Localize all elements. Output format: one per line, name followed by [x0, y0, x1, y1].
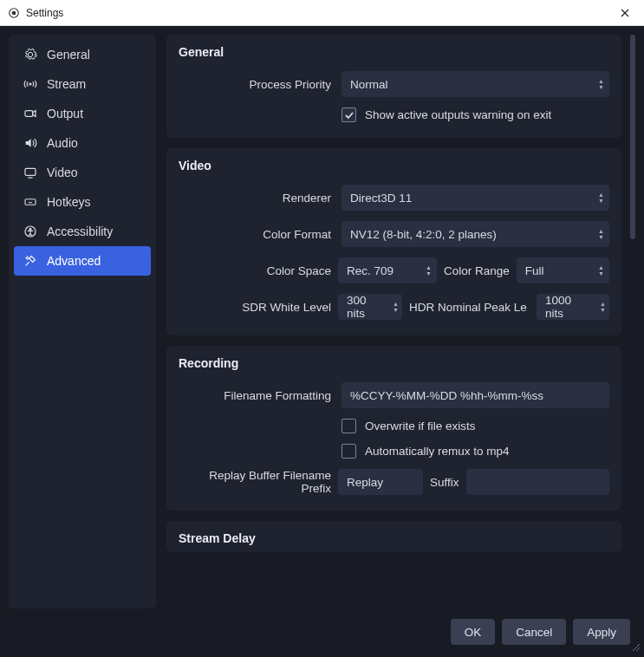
hdr-peak-label: HDR Nominal Peak Le: [409, 301, 527, 314]
sidebar-item-audio[interactable]: Audio: [14, 128, 151, 158]
sidebar-item-stream[interactable]: Stream: [14, 69, 151, 99]
updown-icon: ▲▼: [598, 264, 604, 276]
remux-checkbox[interactable]: [342, 444, 356, 459]
section-general: General Process Priority Normal ▲▼: [166, 35, 621, 138]
sidebar-item-label: Stream: [47, 77, 86, 91]
ok-button[interactable]: OK: [451, 619, 496, 645]
process-priority-select[interactable]: Normal ▲▼: [342, 71, 609, 97]
color-range-label: Color Range: [444, 264, 510, 277]
sidebar-item-hotkeys[interactable]: Hotkeys: [14, 187, 151, 217]
sidebar-item-general[interactable]: General: [14, 40, 151, 69]
renderer-select[interactable]: Direct3D 11 ▲▼: [342, 185, 609, 211]
process-priority-label: Process Priority: [179, 78, 331, 91]
color-range-value: Full: [525, 264, 544, 277]
replay-prefix-input[interactable]: Replay: [338, 469, 423, 495]
sidebar-item-video[interactable]: Video: [14, 158, 151, 187]
replay-prefix-label: Replay Buffer Filename Prefix: [179, 469, 331, 495]
sidebar-item-label: Output: [47, 107, 83, 120]
remux-label: Automatically remux to mp4: [365, 445, 510, 458]
renderer-value: Direct3D 11: [350, 192, 412, 205]
replay-suffix-label: Suffix: [430, 476, 459, 489]
app-icon: [7, 6, 21, 20]
section-video: Video Renderer Direct3D 11 ▲▼ Color Form…: [166, 148, 621, 335]
sidebar-item-label: General: [47, 48, 90, 62]
accessibility-icon: [23, 224, 38, 239]
cancel-label: Cancel: [516, 626, 552, 639]
filename-formatting-input[interactable]: %CCYY-%MM-%DD %hh-%mm-%ss: [342, 382, 609, 408]
process-priority-value: Normal: [350, 78, 388, 91]
replay-suffix-input[interactable]: [466, 469, 609, 495]
keyboard-icon: [23, 194, 38, 210]
hdr-peak-spinbox[interactable]: 1000 nits ▲▼: [537, 294, 609, 320]
sidebar-item-label: Accessibility: [47, 224, 113, 238]
color-format-value: NV12 (8-bit, 4:2:0, 2 planes): [350, 228, 497, 241]
hdr-peak-value: 1000 nits: [545, 294, 590, 320]
svg-point-2: [29, 83, 31, 85]
replay-prefix-value: Replay: [347, 476, 383, 489]
updown-icon: ▲▼: [598, 192, 604, 204]
section-recording: Recording Filename Formatting %CCYY-%MM-…: [166, 346, 621, 511]
window-title: Settings: [26, 7, 63, 19]
color-format-label: Color Format: [179, 228, 331, 241]
renderer-label: Renderer: [179, 192, 331, 205]
speaker-icon: [23, 135, 38, 151]
section-title: Stream Delay: [179, 531, 609, 545]
show-active-outputs-checkbox[interactable]: [342, 107, 356, 122]
color-format-select[interactable]: NV12 (8-bit, 4:2:0, 2 planes) ▲▼: [342, 221, 609, 247]
sidebar-item-output[interactable]: Output: [14, 99, 151, 128]
sidebar-item-accessibility[interactable]: Accessibility: [14, 217, 151, 246]
apply-label: Apply: [587, 626, 616, 639]
ok-label: OK: [465, 626, 482, 639]
updown-icon: ▲▼: [393, 301, 399, 313]
sdr-white-value: 300 nits: [347, 294, 383, 320]
section-stream-delay: Stream Delay: [166, 521, 621, 552]
color-space-label: Color Space: [179, 264, 331, 277]
updown-icon: ▲▼: [426, 264, 432, 276]
section-title: Recording: [179, 356, 609, 370]
sidebar-item-label: Advanced: [47, 254, 101, 268]
dialog-footer: OK Cancel Apply: [0, 608, 644, 657]
titlebar: Settings: [0, 0, 644, 26]
scroll-thumb[interactable]: [630, 35, 635, 239]
filename-formatting-label: Filename Formatting: [179, 389, 331, 402]
show-active-outputs-label: Show active outputs warning on exit: [365, 108, 551, 121]
svg-point-7: [29, 228, 31, 230]
antenna-icon: [23, 76, 38, 92]
section-title: General: [179, 45, 609, 59]
overwrite-checkbox[interactable]: [342, 419, 356, 433]
updown-icon: ▲▼: [600, 301, 606, 313]
camera-icon: [23, 106, 38, 121]
svg-rect-4: [25, 168, 36, 175]
color-space-value: Rec. 709: [347, 264, 394, 277]
sidebar-item-label: Video: [47, 166, 78, 179]
sdr-white-label: SDR White Level: [179, 301, 331, 314]
svg-point-1: [12, 10, 16, 15]
svg-rect-3: [25, 111, 33, 117]
gear-icon: [23, 47, 38, 62]
updown-icon: ▲▼: [598, 228, 604, 240]
color-space-select[interactable]: Rec. 709 ▲▼: [338, 257, 437, 283]
svg-rect-5: [25, 199, 36, 205]
scrollbar[interactable]: [630, 35, 635, 286]
close-button[interactable]: [613, 1, 637, 25]
sidebar-item-label: Hotkeys: [47, 195, 91, 209]
sidebar: General Stream Output Audio Video: [9, 35, 156, 608]
section-title: Video: [179, 159, 609, 172]
filename-formatting-value: %CCYY-%MM-%DD %hh-%mm-%ss: [350, 389, 543, 402]
sidebar-item-advanced[interactable]: Advanced: [14, 246, 151, 276]
sidebar-item-label: Audio: [47, 136, 78, 150]
updown-icon: ▲▼: [598, 78, 604, 90]
color-range-select[interactable]: Full ▲▼: [517, 257, 609, 283]
apply-button[interactable]: Apply: [573, 619, 630, 645]
cancel-button[interactable]: Cancel: [502, 619, 566, 645]
monitor-icon: [23, 165, 38, 180]
tools-icon: [23, 253, 38, 269]
overwrite-label: Overwrite if file exists: [365, 420, 476, 433]
sdr-white-spinbox[interactable]: 300 nits ▲▼: [338, 294, 402, 320]
main-content: General Process Priority Normal ▲▼: [166, 35, 625, 608]
